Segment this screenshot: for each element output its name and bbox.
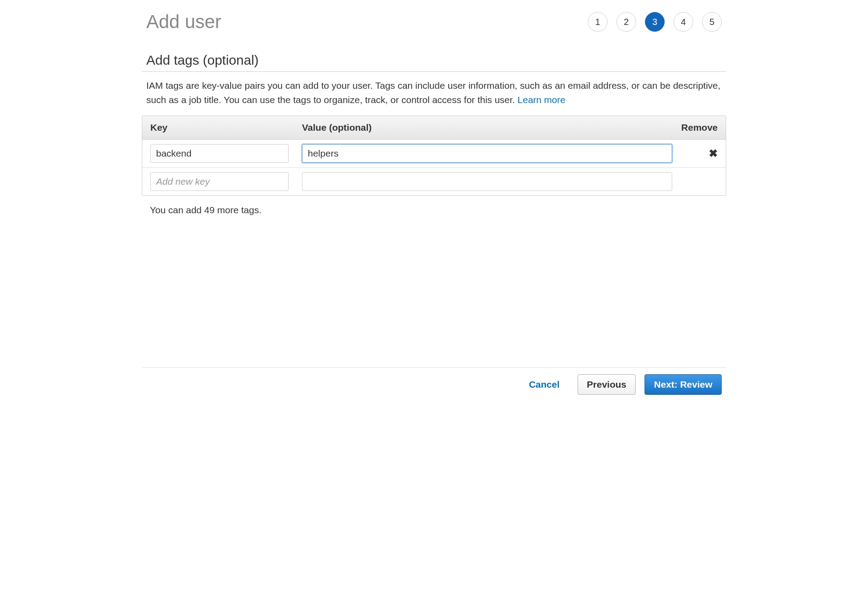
next-button[interactable]: Next: Review (645, 374, 722, 395)
step-5[interactable]: 5 (702, 12, 722, 32)
step-3[interactable]: 3 (645, 12, 665, 32)
cancel-button[interactable]: Cancel (520, 375, 569, 394)
step-4[interactable]: 4 (674, 12, 693, 32)
section-description: IAM tags are key-value pairs you can add… (142, 72, 726, 116)
remove-tag-icon[interactable]: ✖ (709, 147, 718, 159)
tags-remaining-hint: You can add 49 more tags. (142, 196, 726, 224)
learn-more-link[interactable]: Learn more (517, 95, 565, 105)
step-1[interactable]: 1 (588, 12, 608, 32)
wizard-stepper: 1 2 3 4 5 (588, 12, 722, 32)
tag-value-input[interactable] (302, 144, 672, 163)
previous-button[interactable]: Previous (578, 374, 636, 395)
description-text: IAM tags are key-value pairs you can add… (146, 80, 720, 105)
column-header-value: Value (optional) (302, 122, 673, 133)
section-title: Add tags (optional) (142, 39, 726, 72)
tag-row-new (142, 168, 726, 195)
page-header: Add user 1 2 3 4 5 (142, 0, 726, 39)
tag-row: ✖ (142, 140, 726, 168)
wizard-footer: Cancel Previous Next: Review (142, 367, 726, 401)
step-2[interactable]: 2 (616, 12, 636, 32)
new-tag-value-input[interactable] (302, 172, 672, 191)
column-header-remove: Remove (673, 122, 718, 133)
tags-table-header: Key Value (optional) Remove (142, 116, 726, 140)
new-tag-key-input[interactable] (150, 172, 289, 191)
tags-table: Key Value (optional) Remove ✖ (142, 116, 726, 196)
tag-key-input[interactable] (150, 144, 289, 163)
page-title: Add user (146, 11, 221, 33)
column-header-key: Key (150, 122, 302, 133)
